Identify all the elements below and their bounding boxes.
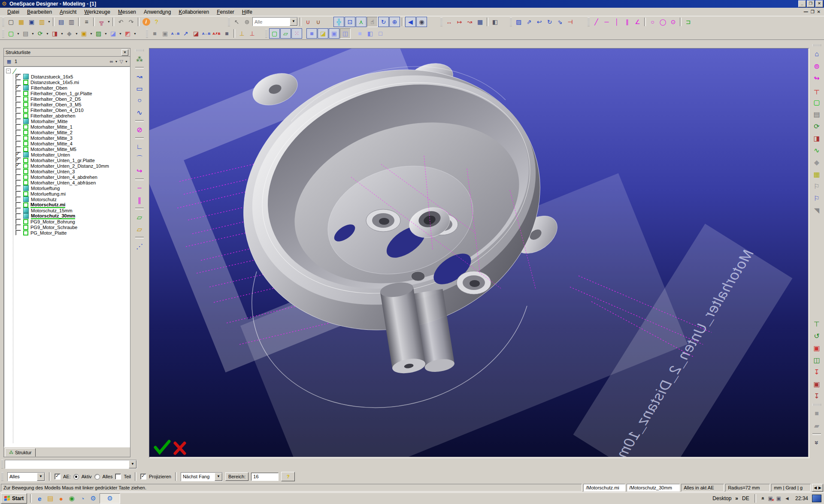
visibility-checkbox[interactable] xyxy=(15,124,21,130)
panel-close-icon[interactable]: ✕ xyxy=(121,49,128,56)
toolbar-handle[interactable] xyxy=(2,18,4,26)
delete-tool-icon-dropdown[interactable]: ▼ xyxy=(133,29,137,38)
extrude-profile-icon[interactable]: ⊐ xyxy=(683,17,693,27)
visibility-checkbox[interactable] xyxy=(15,102,21,107)
stamp-tool-icon[interactable]: ▨ xyxy=(94,29,103,38)
polygon-icon[interactable]: ⌂ xyxy=(811,48,822,60)
visibility-checkbox[interactable] xyxy=(15,191,21,196)
wireframe-hidden-icon[interactable]: ▣ xyxy=(329,28,339,39)
list-view-icon[interactable]: ▦ xyxy=(6,58,12,65)
turn-tool-icon[interactable]: ⟳ xyxy=(35,29,45,38)
visibility-checkbox[interactable] xyxy=(15,185,21,191)
save-icon[interactable]: ▣ xyxy=(27,17,36,27)
database-icon[interactable]: ▥ xyxy=(37,17,47,27)
toolbar-handle[interactable] xyxy=(228,18,230,26)
show-workplane-icon[interactable]: ▢ xyxy=(269,28,280,39)
new-part-icon[interactable]: ■ xyxy=(150,29,160,38)
structure-item[interactable]: Motorhalter_Unten xyxy=(4,152,130,157)
axis-system-red-icon[interactable]: ⊥ xyxy=(247,29,257,38)
fang-dropdown-icon[interactable]: ▼ xyxy=(215,473,222,481)
draw-angle-icon[interactable]: ∠ xyxy=(633,17,642,27)
turn2-icon[interactable]: ⟳ xyxy=(811,121,822,132)
tools-icon[interactable]: ╦ xyxy=(97,17,106,27)
stamp-tool-icon-dropdown[interactable]: ▼ xyxy=(104,29,108,38)
dimension-circle-icon[interactable]: ⊚ xyxy=(811,60,822,72)
draw-line-point-icon[interactable]: ─ xyxy=(602,17,612,27)
toolbar-handle[interactable] xyxy=(812,404,821,406)
toolbar-handle[interactable] xyxy=(146,29,148,38)
toolbar-handle[interactable] xyxy=(588,18,590,26)
structure-item[interactable]: Motorhalter_Mitte_1 xyxy=(4,124,130,130)
tree-root-row[interactable]: − ╱ xyxy=(4,68,130,74)
show-plane-icon[interactable]: ▱ xyxy=(280,28,291,39)
draw-line-icon[interactable]: ╱ xyxy=(591,17,601,27)
sketch-project-icon[interactable]: ⇘ xyxy=(555,17,565,27)
boolean-union-icon[interactable]: ▣ xyxy=(811,342,822,353)
mill-tool-icon-dropdown[interactable]: ▼ xyxy=(75,29,79,38)
zoom-icon[interactable]: ⊕ xyxy=(389,17,400,27)
structure-item[interactable]: Filterhalter_Oben_2_D5 xyxy=(4,96,130,102)
visibility-checkbox[interactable] xyxy=(15,130,21,135)
onespace-gear-icon[interactable]: ⚙ xyxy=(88,494,98,503)
window-tool-icon[interactable]: ▣ xyxy=(79,29,89,38)
paste-icon[interactable]: ▥ xyxy=(67,17,76,27)
cut-part-icon[interactable]: ◪ xyxy=(191,29,201,38)
visibility-checkbox[interactable] xyxy=(15,163,21,169)
draw-circle2-icon[interactable]: ◯ xyxy=(658,17,668,27)
structure-item[interactable]: Motorlueftung.mi xyxy=(4,191,130,196)
structure-item[interactable]: Motorhalter_Unten_3 xyxy=(4,169,130,174)
visibility-checkbox[interactable] xyxy=(15,213,21,219)
visibility-checkbox[interactable] xyxy=(15,169,21,174)
status-pager[interactable]: ◀ ▶ xyxy=(812,484,823,492)
magnet-part-icon[interactable]: ∪ xyxy=(313,17,323,27)
extrude2-icon[interactable]: ◨ xyxy=(811,133,822,144)
magnet-icon[interactable]: ∪ xyxy=(303,17,313,27)
volume-icon[interactable]: ◄ xyxy=(785,495,790,501)
mdi-close-button[interactable]: ✕ xyxy=(817,9,821,14)
extrude-tool-icon[interactable]: ◨ xyxy=(50,29,60,38)
redo-icon[interactable]: ↷ xyxy=(126,17,136,27)
structure-item[interactable]: Distanzstueck_16x5 xyxy=(4,74,130,79)
structure-item[interactable]: Motorschutz_30mm xyxy=(4,213,130,219)
visibility-checkbox[interactable] xyxy=(15,113,21,118)
measure-solid-icon[interactable]: ◧ xyxy=(490,17,500,27)
draw-vertical-icon[interactable]: │ xyxy=(612,17,622,27)
help-icon[interactable]: ? xyxy=(151,17,161,27)
structure-item[interactable]: PG9_Motor_Schraube xyxy=(4,224,130,230)
visibility-checkbox[interactable] xyxy=(15,174,21,180)
pager-left-icon[interactable]: ◀ xyxy=(814,486,817,490)
designer-doc-icon[interactable]: ◔ xyxy=(78,494,87,503)
taskbar-active-app[interactable]: ⚙ xyxy=(100,493,120,504)
visibility-checkbox[interactable] xyxy=(15,91,21,96)
filter-icon[interactable]: ▽ xyxy=(120,59,123,64)
move-part-icon[interactable]: ↗ xyxy=(181,29,191,38)
visibility-checkbox[interactable] xyxy=(15,141,21,146)
turn-tool-icon-dropdown[interactable]: ▼ xyxy=(45,29,49,38)
open-file-icon[interactable]: ▦ xyxy=(16,17,26,27)
selection-scope-combo[interactable]: Alle▼ xyxy=(252,17,298,26)
delete-tool-icon[interactable]: ◩ xyxy=(123,29,133,38)
extrude-tool-icon-dropdown[interactable]: ▼ xyxy=(60,29,64,38)
visibility-checkbox[interactable] xyxy=(15,230,21,235)
mirror-gray-icon[interactable]: ⚐ xyxy=(811,181,822,192)
transparent-view-icon[interactable]: ■ xyxy=(355,29,365,38)
structure-item[interactable]: Distanzstueck_16x5.mi xyxy=(4,79,130,85)
collapse-icon[interactable]: − xyxy=(6,69,11,73)
new-assembly-icon[interactable]: ▣ xyxy=(160,29,170,38)
show-points-icon[interactable]: ⁙ xyxy=(291,28,302,39)
structure-item[interactable]: Motorhalter_Unten_4_abdrehen xyxy=(4,174,130,180)
database-icon-dropdown[interactable]: ▼ xyxy=(47,17,51,27)
search-dropdown-icon[interactable]: ▼ xyxy=(115,57,118,66)
structure-item[interactable]: Motorhalter_Unten_1_gr.Platte xyxy=(4,157,130,163)
structure-item[interactable]: Motorschutz_15mm xyxy=(4,208,130,213)
restore-button[interactable]: ❐ xyxy=(807,0,815,7)
hs-app-icon[interactable]: ◉ xyxy=(67,494,76,503)
alles-radio[interactable] xyxy=(94,474,100,480)
gray-box-icon[interactable]: ■ xyxy=(811,408,822,419)
measure-point-icon[interactable]: ↦ xyxy=(454,17,464,27)
structure-item[interactable]: Motorhalter_Unten_2_Distanz_10mm xyxy=(4,163,130,169)
visibility-checkbox[interactable] xyxy=(15,74,21,79)
tab-struktur[interactable]: ⁂ Struktur xyxy=(5,448,36,457)
project-plane-green-icon[interactable]: ▱ xyxy=(134,211,145,223)
position-a-b-icon[interactable]: A↔B xyxy=(201,29,211,38)
